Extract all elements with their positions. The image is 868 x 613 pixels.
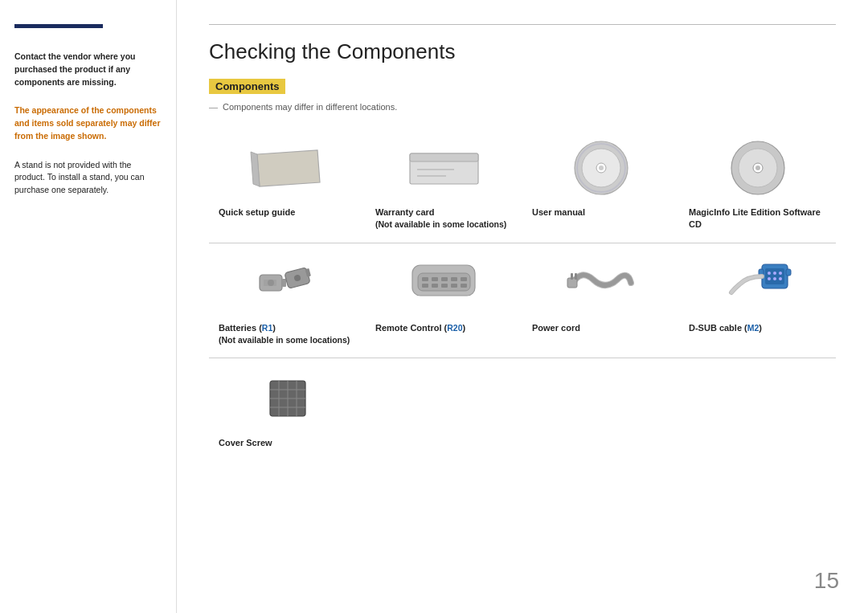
component-batteries: Batteries (R1) (Not available in some lo… <box>209 243 366 358</box>
user-manual-disc-icon <box>572 139 630 197</box>
remote-control-icon <box>406 257 482 309</box>
svg-rect-23 <box>418 273 470 291</box>
svg-point-44 <box>779 277 782 280</box>
remote-control-image <box>375 251 513 316</box>
svg-rect-27 <box>451 277 457 281</box>
dsub-ref: M2 <box>747 323 760 333</box>
magicinfo-cd-label: MagicInfo Lite Edition Software CD <box>689 206 826 231</box>
component-dsub-cable: D-SUB cable (M2) <box>679 243 836 358</box>
component-magicinfo-cd: MagicInfo Lite Edition Software CD <box>679 128 836 243</box>
warranty-card-sublabel: (Not available in some locations) <box>375 219 506 231</box>
component-quick-setup-guide: Quick setup guide <box>209 128 366 243</box>
svg-rect-25 <box>432 277 438 281</box>
dsub-cable-icon <box>723 256 792 311</box>
svg-rect-26 <box>441 277 448 281</box>
setup-guide-icon <box>249 142 326 194</box>
svg-point-43 <box>773 277 776 280</box>
cover-screw-label: Cover Screw <box>219 437 272 449</box>
batteries-icon <box>256 257 320 309</box>
svg-point-14 <box>755 166 760 170</box>
svg-rect-38 <box>765 268 784 284</box>
remote-control-label: Remote Control (R20) <box>375 322 465 334</box>
page-title: Checking the Components <box>209 39 836 64</box>
svg-point-42 <box>768 277 771 280</box>
magicinfo-cd-icon <box>729 139 787 197</box>
remote-ref: R20 <box>447 323 462 333</box>
section-label: Components <box>209 79 285 94</box>
main-content: Checking the Components Components Compo… <box>177 0 868 613</box>
power-cord-icon <box>565 257 637 309</box>
component-remote-control: Remote Control (R20) <box>366 243 522 358</box>
cover-screw-icon <box>264 374 312 423</box>
sidebar-accent-bar <box>14 24 103 28</box>
svg-rect-46 <box>786 269 791 276</box>
sidebar: Contact the vendor where you purchased t… <box>0 0 177 613</box>
batteries-ref: R1 <box>262 323 272 333</box>
dsub-cable-image <box>689 251 826 316</box>
warranty-card-label: Warranty card <box>375 206 435 219</box>
components-grid: Quick setup guide Warranty card (Not ava… <box>209 128 836 460</box>
components-note: Components may differ in different locat… <box>209 102 836 112</box>
warranty-card-image <box>375 136 513 200</box>
batteries-sublabel: (Not available in some locations) <box>219 334 350 346</box>
svg-rect-33 <box>461 284 467 288</box>
svg-rect-18 <box>264 280 276 286</box>
svg-rect-30 <box>432 284 438 288</box>
top-divider <box>209 24 836 25</box>
component-user-manual: User manual <box>522 128 679 243</box>
svg-point-41 <box>779 272 782 275</box>
quick-setup-guide-label: Quick setup guide <box>219 206 295 219</box>
sidebar-note-3: A stand is not provided with the product… <box>14 159 162 197</box>
empty-cell-3 <box>679 358 836 460</box>
cover-screw-image <box>219 366 356 431</box>
svg-point-9 <box>599 166 604 170</box>
svg-rect-36 <box>575 273 577 280</box>
user-manual-label: User manual <box>532 206 585 219</box>
svg-rect-35 <box>571 273 573 280</box>
empty-cell-2 <box>522 358 679 460</box>
component-cover-screw: Cover Screw <box>209 358 366 460</box>
svg-point-40 <box>773 272 776 275</box>
power-cord-label: Power cord <box>532 322 580 334</box>
quick-setup-guide-image <box>219 136 356 200</box>
svg-point-39 <box>768 272 771 275</box>
empty-cell-1 <box>366 358 522 460</box>
svg-rect-28 <box>461 277 467 281</box>
svg-rect-24 <box>422 277 428 281</box>
svg-marker-0 <box>257 150 320 186</box>
sidebar-note-2: The appearance of the components and ite… <box>14 104 162 142</box>
component-power-cord: Power cord <box>522 243 679 358</box>
svg-rect-31 <box>441 284 448 288</box>
svg-rect-16 <box>282 279 286 287</box>
svg-rect-32 <box>451 284 457 288</box>
sidebar-note-1: Contact the vendor where you purchased t… <box>14 51 162 88</box>
magicinfo-cd-image <box>689 136 826 200</box>
component-warranty-card: Warranty card (Not available in some loc… <box>366 128 522 243</box>
batteries-label: Batteries (R1) <box>219 322 276 334</box>
user-manual-image <box>532 136 669 200</box>
warranty-icon <box>406 144 482 192</box>
svg-rect-3 <box>410 153 478 161</box>
power-cord-image <box>532 251 669 316</box>
page-number: 15 <box>814 568 839 594</box>
svg-rect-29 <box>422 284 428 288</box>
dsub-cable-label: D-SUB cable (M2) <box>689 322 762 334</box>
batteries-image <box>219 251 356 316</box>
